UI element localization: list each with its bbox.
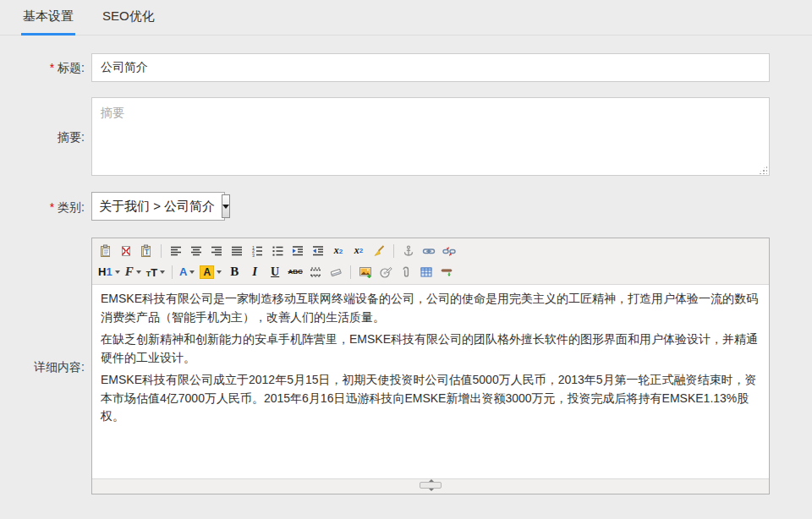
insert-image-button[interactable] [355,263,376,281]
table-button[interactable] [416,263,436,281]
unlink-icon [442,244,456,258]
category-select-value: 关于我们 > 公司简介 [92,199,222,215]
tab-seo[interactable]: SEO优化 [101,8,156,35]
unordered-list-button[interactable] [267,242,288,260]
horizontal-rule-icon [440,265,453,279]
summary-label: 摘要: [0,130,85,144]
underline-button[interactable]: U [265,263,285,281]
strikethrough-button[interactable]: ABC [285,263,305,281]
paste-plain-button[interactable] [116,242,136,260]
toolbar-row-2: H1 F TT A A B I U ABC [96,261,765,282]
ordered-list-button[interactable]: 123 [247,242,267,260]
anchor-button[interactable] [398,242,419,260]
heading-dropdown-button[interactable]: H1 [96,263,123,281]
attachment-button[interactable] [396,263,416,281]
align-right-button[interactable] [206,242,227,260]
unordered-list-icon [271,244,284,258]
font-family-icon: F [125,265,134,279]
highlight-color-button[interactable]: A [197,263,224,281]
paste-icon [99,244,112,258]
link-button[interactable] [419,242,439,260]
editor-resize-handle-icon[interactable] [420,482,442,489]
ordered-list-icon: 123 [250,244,264,258]
outdent-icon [311,244,325,258]
editor-paragraph: EMSKE科技有限公司成立于2012年5月15日，初期天使投资时公司估值5000… [101,371,760,426]
toolbar-separator [393,244,394,258]
editor-content[interactable]: EMSKE科技有限公司是一家制造移动互联网终端设备的公司，公司的使命是用完美主义… [92,285,769,478]
underline-icon: U [271,265,279,279]
required-asterisk: * [50,61,54,74]
chevron-down-icon [189,270,195,276]
align-justify-icon [230,244,244,258]
chevron-down-icon [136,270,141,276]
paste-plain-icon [119,244,133,258]
indent-button[interactable] [288,242,308,260]
editor-toolbar: T 123 x2 x2 H1 F [92,238,769,285]
paste-word-button[interactable]: T [136,242,156,260]
toolbar-separator [161,244,162,258]
chevron-down-icon [217,270,222,276]
toolbar-separator [350,265,351,279]
align-center-icon [189,244,203,258]
title-label: *标题: [0,61,85,74]
font-size-dropdown-button[interactable]: TT [144,263,167,281]
italic-icon: I [252,265,257,279]
align-right-icon [210,244,223,258]
bold-button[interactable]: B [224,263,244,281]
chevron-down-icon [160,270,165,276]
anchor-icon [402,244,415,258]
image-icon [359,265,372,279]
align-justify-button[interactable] [227,242,247,260]
font-size-icon: TT [146,265,157,280]
editor-paragraph: 在缺乏创新精神和创新能力的安卓手机阵营里，EMSKE科技有限公司的团队格外擅长软… [101,331,760,367]
subscript-button[interactable]: x2 [328,244,348,258]
font-family-dropdown-button[interactable]: F [123,263,144,281]
eraser-button[interactable] [326,263,346,281]
italic-button[interactable]: I [244,263,265,281]
text-color-icon: A [179,265,187,278]
strikethrough-icon: ABC [288,268,302,276]
media-icon [379,265,392,279]
format-brush-icon [372,244,386,258]
align-left-icon [169,244,183,258]
category-label: *类别: [0,200,85,214]
required-asterisk: * [50,200,54,214]
outdent-button[interactable] [308,242,328,260]
svg-text:3: 3 [252,252,255,257]
title-input[interactable] [91,53,770,82]
rich-text-editor: T 123 x2 x2 H1 F [91,238,770,494]
paste-button[interactable] [96,242,116,260]
heading-select-icon: H1 [98,265,112,278]
indent-icon [291,244,304,258]
toolbar-separator [172,265,173,279]
content-edit-page: 基本设置 SEO优化 *标题: 摘要: *类别: 关于我们 > 公司简介 详细内… [0,0,812,519]
attachment-icon [399,265,413,279]
chevron-down-icon[interactable] [222,194,230,218]
summary-textarea[interactable] [91,97,770,176]
media-button[interactable] [376,263,396,281]
tab-basic-settings[interactable]: 基本设置 [21,8,75,35]
editor-statusbar [92,478,769,494]
superscript-button[interactable]: x2 [348,244,369,258]
link-icon [422,244,436,258]
category-select[interactable]: 关于我们 > 公司简介 [91,192,225,221]
table-icon [420,265,433,279]
svg-text:T: T [145,249,149,256]
paste-word-icon: T [140,244,153,258]
horizontal-rule-button[interactable] [436,263,457,281]
line-height-icon [309,265,322,279]
content-label: 详细内容: [0,360,85,374]
eraser-icon [329,265,343,279]
format-brush-button[interactable] [369,242,389,260]
align-center-button[interactable] [186,242,206,260]
line-height-button[interactable] [305,263,326,281]
align-left-button[interactable] [166,242,186,260]
unlink-button[interactable] [439,242,459,260]
toolbar-row-1: T 123 x2 x2 [96,240,765,261]
chevron-down-icon [115,270,120,276]
editor-paragraph: EMSKE科技有限公司是一家制造移动互联网终端设备的公司，公司的使命是用完美主义… [101,290,760,326]
highlight-color-icon: A [200,265,214,279]
bold-icon: B [230,265,239,279]
text-color-button[interactable]: A [177,263,197,281]
tab-bar: 基本设置 SEO优化 [0,0,812,36]
